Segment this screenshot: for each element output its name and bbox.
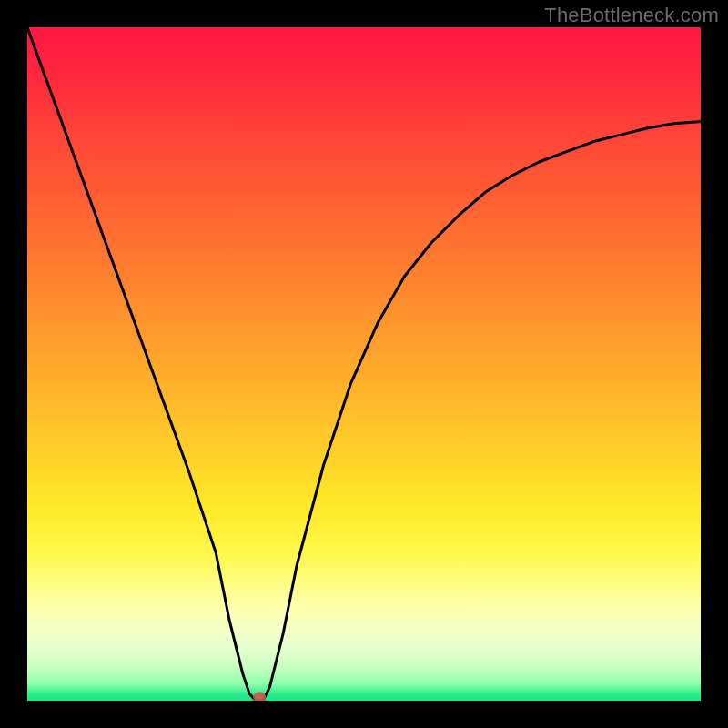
bottleneck-curve	[27, 27, 701, 701]
curve-layer	[27, 27, 701, 701]
chart-frame: TheBottleneck.com	[0, 0, 728, 728]
optimal-point-marker	[253, 692, 266, 701]
plot-area	[27, 27, 701, 701]
watermark-text: TheBottleneck.com	[544, 4, 719, 27]
